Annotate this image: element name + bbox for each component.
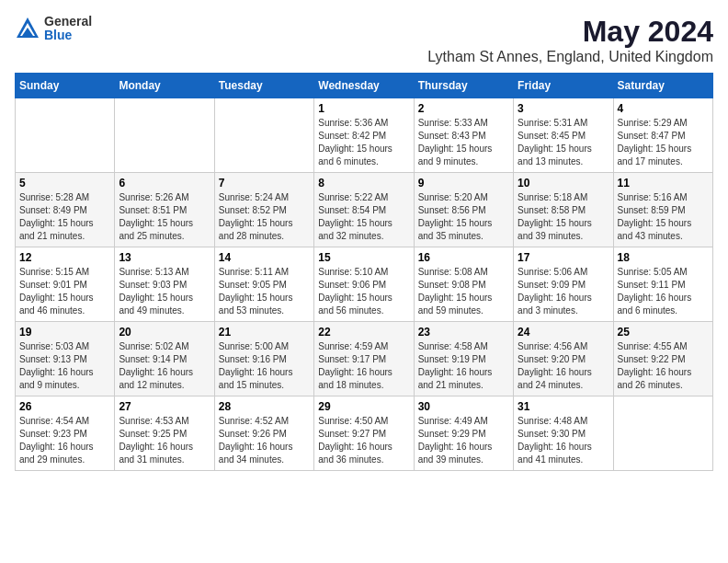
calendar-cell: 12Sunrise: 5:15 AM Sunset: 9:01 PM Dayli…: [16, 247, 115, 322]
title-section: May 2024 Lytham St Annes, England, Unite…: [427, 15, 713, 65]
day-number: 31: [518, 400, 609, 413]
calendar-cell: 24Sunrise: 4:56 AM Sunset: 9:20 PM Dayli…: [514, 322, 613, 396]
calendar-cell: 25Sunrise: 4:55 AM Sunset: 9:22 PM Dayli…: [613, 322, 712, 396]
logo-blue: Blue: [44, 29, 92, 42]
day-number: 21: [219, 326, 310, 339]
day-info: Sunrise: 5:08 AM Sunset: 9:08 PM Dayligh…: [418, 266, 509, 317]
calendar-cell: 17Sunrise: 5:06 AM Sunset: 9:09 PM Dayli…: [514, 247, 613, 322]
location-title: Lytham St Annes, England, United Kingdom: [427, 49, 713, 65]
day-number: 12: [19, 251, 110, 264]
day-info: Sunrise: 5:06 AM Sunset: 9:09 PM Dayligh…: [518, 266, 609, 317]
calendar-cell: [613, 396, 712, 471]
day-info: Sunrise: 5:31 AM Sunset: 8:45 PM Dayligh…: [518, 117, 609, 168]
calendar-header-row: SundayMondayTuesdayWednesdayThursdayFrid…: [16, 74, 713, 98]
calendar-week-row: 1Sunrise: 5:36 AM Sunset: 8:42 PM Daylig…: [16, 98, 713, 173]
day-info: Sunrise: 5:15 AM Sunset: 9:01 PM Dayligh…: [19, 266, 110, 317]
day-info: Sunrise: 5:36 AM Sunset: 8:42 PM Dayligh…: [318, 117, 409, 168]
calendar-week-row: 5Sunrise: 5:28 AM Sunset: 8:49 PM Daylig…: [16, 173, 713, 247]
day-number: 7: [219, 177, 310, 190]
calendar-cell: 7Sunrise: 5:24 AM Sunset: 8:52 PM Daylig…: [214, 173, 313, 247]
calendar-cell: 30Sunrise: 4:49 AM Sunset: 9:29 PM Dayli…: [414, 396, 513, 471]
day-info: Sunrise: 5:26 AM Sunset: 8:51 PM Dayligh…: [119, 191, 210, 243]
calendar-cell: 11Sunrise: 5:16 AM Sunset: 8:59 PM Dayli…: [613, 173, 712, 247]
header-wednesday: Wednesday: [314, 74, 414, 98]
day-number: 9: [418, 177, 509, 190]
calendar-cell: 13Sunrise: 5:13 AM Sunset: 9:03 PM Dayli…: [115, 247, 214, 322]
month-year-title: May 2024: [427, 15, 713, 49]
day-info: Sunrise: 4:48 AM Sunset: 9:30 PM Dayligh…: [518, 415, 609, 466]
calendar-cell: 14Sunrise: 5:11 AM Sunset: 9:05 PM Dayli…: [214, 247, 313, 322]
day-number: 17: [518, 251, 609, 264]
day-info: Sunrise: 5:03 AM Sunset: 9:13 PM Dayligh…: [19, 340, 110, 392]
day-number: 8: [318, 177, 409, 190]
calendar-cell: 28Sunrise: 4:52 AM Sunset: 9:26 PM Dayli…: [214, 396, 313, 471]
calendar-cell: 18Sunrise: 5:05 AM Sunset: 9:11 PM Dayli…: [613, 247, 712, 322]
page-header: General Blue May 2024 Lytham St Annes, E…: [15, 15, 713, 65]
calendar-cell: 8Sunrise: 5:22 AM Sunset: 8:54 PM Daylig…: [314, 173, 414, 247]
calendar-cell: 15Sunrise: 5:10 AM Sunset: 9:06 PM Dayli…: [314, 247, 414, 322]
day-number: 18: [618, 251, 709, 264]
calendar-cell: 26Sunrise: 4:54 AM Sunset: 9:23 PM Dayli…: [16, 396, 115, 471]
calendar-cell: 16Sunrise: 5:08 AM Sunset: 9:08 PM Dayli…: [414, 247, 513, 322]
day-info: Sunrise: 5:18 AM Sunset: 8:58 PM Dayligh…: [518, 191, 609, 243]
day-info: Sunrise: 5:16 AM Sunset: 8:59 PM Dayligh…: [618, 191, 709, 243]
day-info: Sunrise: 5:33 AM Sunset: 8:43 PM Dayligh…: [418, 117, 509, 168]
logo-text: General Blue: [44, 15, 92, 43]
logo: General Blue: [15, 15, 92, 43]
calendar-cell: [16, 98, 115, 173]
calendar-cell: 21Sunrise: 5:00 AM Sunset: 9:16 PM Dayli…: [214, 322, 313, 396]
day-number: 24: [518, 326, 609, 339]
day-number: 13: [119, 251, 210, 264]
calendar-cell: 4Sunrise: 5:29 AM Sunset: 8:47 PM Daylig…: [613, 98, 712, 173]
calendar-cell: 6Sunrise: 5:26 AM Sunset: 8:51 PM Daylig…: [115, 173, 214, 247]
day-number: 11: [618, 177, 709, 190]
day-number: 5: [19, 177, 110, 190]
calendar-table: SundayMondayTuesdayWednesdayThursdayFrid…: [15, 73, 713, 471]
header-monday: Monday: [115, 74, 214, 98]
calendar-cell: 20Sunrise: 5:02 AM Sunset: 9:14 PM Dayli…: [115, 322, 214, 396]
day-info: Sunrise: 4:54 AM Sunset: 9:23 PM Dayligh…: [19, 415, 110, 466]
header-thursday: Thursday: [414, 74, 513, 98]
calendar-cell: 22Sunrise: 4:59 AM Sunset: 9:17 PM Dayli…: [314, 322, 414, 396]
logo-general: General: [44, 15, 92, 29]
day-number: 3: [518, 102, 609, 115]
day-number: 27: [119, 400, 210, 413]
day-info: Sunrise: 5:20 AM Sunset: 8:56 PM Dayligh…: [418, 191, 509, 243]
calendar-cell: 3Sunrise: 5:31 AM Sunset: 8:45 PM Daylig…: [514, 98, 613, 173]
day-info: Sunrise: 4:55 AM Sunset: 9:22 PM Dayligh…: [618, 340, 709, 392]
day-info: Sunrise: 4:56 AM Sunset: 9:20 PM Dayligh…: [518, 340, 609, 392]
header-sunday: Sunday: [16, 74, 115, 98]
day-info: Sunrise: 5:11 AM Sunset: 9:05 PM Dayligh…: [219, 266, 310, 317]
calendar-cell: 9Sunrise: 5:20 AM Sunset: 8:56 PM Daylig…: [414, 173, 513, 247]
day-info: Sunrise: 5:00 AM Sunset: 9:16 PM Dayligh…: [219, 340, 310, 392]
day-number: 26: [19, 400, 110, 413]
calendar-cell: [115, 98, 214, 173]
day-number: 20: [119, 326, 210, 339]
calendar-week-row: 12Sunrise: 5:15 AM Sunset: 9:01 PM Dayli…: [16, 247, 713, 322]
day-info: Sunrise: 5:24 AM Sunset: 8:52 PM Dayligh…: [219, 191, 310, 243]
calendar-cell: [214, 98, 313, 173]
day-number: 10: [518, 177, 609, 190]
day-info: Sunrise: 4:52 AM Sunset: 9:26 PM Dayligh…: [219, 415, 310, 466]
day-number: 2: [418, 102, 509, 115]
day-info: Sunrise: 5:28 AM Sunset: 8:49 PM Dayligh…: [19, 191, 110, 243]
day-info: Sunrise: 5:22 AM Sunset: 8:54 PM Dayligh…: [318, 191, 409, 243]
day-number: 1: [318, 102, 409, 115]
day-number: 14: [219, 251, 310, 264]
day-number: 6: [119, 177, 210, 190]
calendar-cell: 29Sunrise: 4:50 AM Sunset: 9:27 PM Dayli…: [314, 396, 414, 471]
header-tuesday: Tuesday: [214, 74, 313, 98]
header-friday: Friday: [514, 74, 613, 98]
day-info: Sunrise: 5:29 AM Sunset: 8:47 PM Dayligh…: [618, 117, 709, 168]
calendar-cell: 27Sunrise: 4:53 AM Sunset: 9:25 PM Dayli…: [115, 396, 214, 471]
day-info: Sunrise: 5:05 AM Sunset: 9:11 PM Dayligh…: [618, 266, 709, 317]
day-number: 25: [618, 326, 709, 339]
calendar-week-row: 19Sunrise: 5:03 AM Sunset: 9:13 PM Dayli…: [16, 322, 713, 396]
day-info: Sunrise: 4:53 AM Sunset: 9:25 PM Dayligh…: [119, 415, 210, 466]
calendar-cell: 1Sunrise: 5:36 AM Sunset: 8:42 PM Daylig…: [314, 98, 414, 173]
day-number: 30: [418, 400, 509, 413]
day-number: 4: [618, 102, 709, 115]
calendar-cell: 10Sunrise: 5:18 AM Sunset: 8:58 PM Dayli…: [514, 173, 613, 247]
calendar-cell: 5Sunrise: 5:28 AM Sunset: 8:49 PM Daylig…: [16, 173, 115, 247]
calendar-cell: 23Sunrise: 4:58 AM Sunset: 9:19 PM Dayli…: [414, 322, 513, 396]
